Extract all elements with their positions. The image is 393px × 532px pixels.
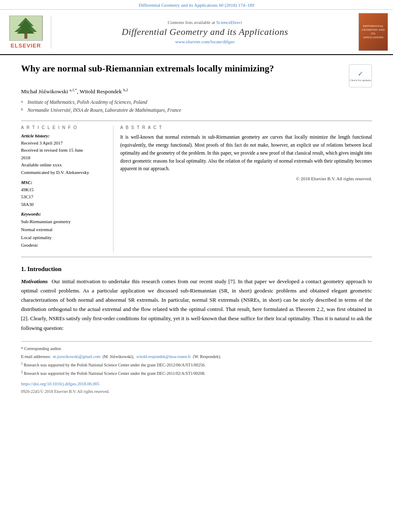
elsevier-logo: ELSEVIER: [5, 16, 51, 49]
doi-link[interactable]: https://doi.org/10.1016/j.difgeo.2018.06…: [21, 382, 99, 386]
issn-line: 0926-2245/© 2018 Elsevier B.V. All right…: [21, 388, 372, 395]
article-info: A R T I C L E I N F O Article history: R…: [21, 125, 113, 253]
doi-line: https://doi.org/10.1016/j.difgeo.2018.06…: [21, 380, 372, 388]
email-line: E-mail addresses: m.jozwikowski@gmail.co…: [21, 353, 372, 360]
svg-rect-1: [24, 34, 27, 39]
sciencedirect-link[interactable]: ScienceDirect: [216, 20, 242, 25]
affiliation-b: b Normandie Université, INSA de Rouen, L…: [21, 106, 372, 115]
journal-center: Contents lists available at ScienceDirec…: [55, 20, 354, 44]
abstract-text: It is well-known that normal extremals i…: [120, 133, 372, 173]
affiliations: a Institute of Mathematics, Polish Acade…: [21, 98, 372, 115]
authors-text: Michał Jóźwikowski a,1,*, Witold Respond…: [21, 88, 128, 95]
journal-link[interactable]: Differential Geometry and its Applicatio…: [139, 3, 254, 8]
article-info-title: A R T I C L E I N F O: [21, 125, 106, 130]
keywords-list: Sub-Riemannian geometry Normal extremal …: [21, 218, 106, 249]
journal-thumbnail: DIFFERENTIAL GEOMETRY AND ITS APPLICATIO…: [359, 13, 388, 51]
elsevier-tree-image: [9, 16, 43, 41]
email1-link[interactable]: m.jozwikowski@gmail.com: [53, 354, 100, 359]
footnotes-area: * Corresponding author. E-mail addresses…: [21, 341, 372, 395]
top-bar: Differential Geometry and its Applicatio…: [0, 0, 393, 10]
paper-content: Why are normal sub-Riemannian extremals …: [0, 55, 393, 403]
motivations-label: Motivations: [21, 278, 48, 284]
section1-heading: 1. Introduction: [21, 266, 372, 273]
msc-codes: 49K1553C1758A30: [21, 186, 106, 208]
article-history: Received 3 April 2017 Received in revise…: [21, 140, 106, 176]
journal-title: Differential Geometry and its Applicatio…: [55, 26, 354, 37]
intro-paragraph: Motivations Our initial motivation to un…: [21, 277, 372, 333]
journal-header: ELSEVIER Contents lists available at Sci…: [0, 10, 393, 55]
abstract-title: A B S T R A C T: [120, 125, 372, 130]
contents-line: Contents lists available at ScienceDirec…: [55, 20, 354, 25]
check-updates-badge: ✓ Check for updates: [349, 64, 372, 87]
keywords-label: Keywords:: [21, 211, 106, 216]
footnote2: 2 Research was supported by the Polish N…: [21, 369, 372, 377]
intro-text: Our initial motivation to undertake this…: [21, 278, 372, 331]
elsevier-brand-text: ELSEVIER: [11, 42, 41, 49]
email2-link[interactable]: witold.respondek@insa-rouen.fr: [136, 354, 191, 359]
msc-label: MSC:: [21, 180, 106, 185]
check-updates-icon: ✓: [358, 70, 363, 78]
title-row: Why are normal sub-Riemannian extremals …: [21, 63, 372, 87]
paper-title: Why are normal sub-Riemannian extremals …: [21, 63, 343, 75]
journal-url: www.elsevier.com/locate/difgeo: [55, 39, 354, 44]
info-abstract-section: A R T I C L E I N F O Article history: R…: [21, 121, 372, 258]
footnote1: 1 Research was supported by the Polish N…: [21, 361, 372, 369]
affiliation-a: a Institute of Mathematics, Polish Acade…: [21, 98, 372, 107]
authors: Michał Jóźwikowski a,1,*, Witold Respond…: [21, 87, 372, 95]
copyright: © 2018 Elsevier B.V. All rights reserved…: [120, 176, 372, 181]
article-history-label: Article history:: [21, 133, 106, 138]
corresponding-label: * Corresponding author.: [21, 345, 372, 352]
abstract-section: A B S T R A C T It is well-known that no…: [113, 125, 372, 253]
